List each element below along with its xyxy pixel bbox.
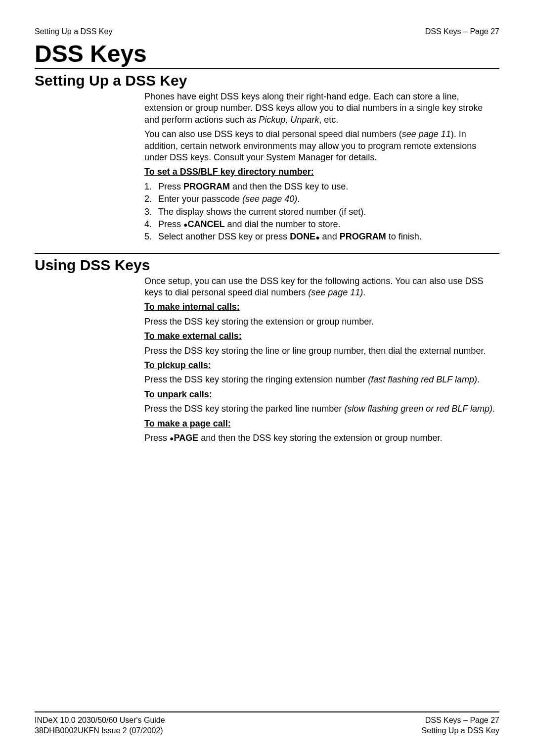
footer-left2: 38DHB0002UKFN Issue 2 (07/2002) [35, 726, 163, 736]
para-pickup: Press the DSS key storing the ringing ex… [144, 374, 499, 385]
main-title: DSS Keys [35, 40, 499, 67]
section2-para1: Once setup, you can use the DSS key for … [144, 276, 499, 299]
step-1: 1. Press PROGRAM and then the DSS key to… [144, 181, 499, 192]
heading-pickup: To pickup calls: [144, 360, 499, 371]
step-list: 1. Press PROGRAM and then the DSS key to… [144, 181, 499, 243]
italic-text: (slow flashing green or red BLF lamp) [344, 404, 492, 414]
heading-text: To make a page call: [144, 419, 231, 428]
heading-page: To make a page call: [144, 418, 499, 429]
section1-title: Setting Up a DSS Key [35, 72, 499, 89]
text: Press [158, 182, 183, 191]
para-external: Press the DSS key storing the line or li… [144, 345, 499, 357]
bullet-icon: ● [315, 234, 319, 241]
step-text: Select another DSS key or press DONE● an… [158, 231, 422, 242]
footer-row2: 38DHB0002UKFN Issue 2 (07/2002) Setting … [35, 726, 499, 736]
section-divider [35, 253, 499, 254]
text: to finish. [386, 232, 422, 241]
step-2: 2. Enter your passcode (see page 40). [144, 193, 499, 205]
section1-content: Phones have eight DSS keys along their r… [144, 91, 499, 243]
italic-text: (see page 40) [242, 194, 297, 204]
text: Select another DSS key or press [158, 232, 290, 241]
page-footer: INDeX 10.0 2030/50/60 User's Guide DSS K… [35, 711, 499, 736]
footer-divider [35, 711, 499, 712]
para-italic: Pickup, Unpark [259, 115, 319, 125]
footer-right1: DSS Keys – Page 27 [425, 715, 499, 726]
page-header: Setting Up a DSS Key DSS Keys – Page 27 [35, 27, 499, 36]
text: and [320, 232, 340, 241]
para-internal: Press the DSS key storing the extension … [144, 316, 499, 328]
para-unpark: Press the DSS key storing the parked lin… [144, 403, 499, 415]
section2-title: Using DSS Keys [35, 257, 499, 274]
heading-internal: To make internal calls: [144, 301, 499, 313]
section2-content: Once setup, you can use the DSS key for … [144, 276, 499, 444]
footer-left1: INDeX 10.0 2030/50/60 User's Guide [35, 715, 165, 726]
heading-text: To unpark calls: [144, 389, 212, 399]
bold-text: PAGE [174, 433, 198, 443]
bold-text: PROGRAM [340, 232, 386, 241]
text: . [477, 375, 480, 384]
text: Press the DSS key storing the ringing ex… [144, 375, 368, 384]
step-text: The display shows the current stored num… [158, 206, 366, 218]
title-divider [35, 68, 499, 69]
text: Press the DSS key storing the parked lin… [144, 404, 344, 414]
step-text: Press PROGRAM and then the DSS key to us… [158, 181, 348, 192]
section1-para1: Phones have eight DSS keys along their r… [144, 91, 499, 126]
text: . [492, 404, 495, 414]
heading-unpark: To unpark calls: [144, 389, 499, 400]
text: and then the DSS key to use. [230, 182, 348, 191]
italic-text: (fast flashing red BLF lamp) [368, 375, 477, 384]
header-left: Setting Up a DSS Key [35, 27, 112, 36]
text: and dial the number to store. [224, 219, 340, 229]
header-right: DSS Keys – Page 27 [425, 27, 499, 36]
footer-row1: INDeX 10.0 2030/50/60 User's Guide DSS K… [35, 715, 499, 726]
bold-text: DONE [290, 232, 315, 241]
heading-text: To make internal calls: [144, 302, 240, 312]
para-text: , etc. [319, 115, 338, 125]
step-number: 2. [144, 193, 158, 205]
text: Press [158, 219, 183, 229]
heading-external: To make external calls: [144, 331, 499, 342]
section1-para2: You can also use DSS keys to dial person… [144, 129, 499, 163]
step-number: 3. [144, 206, 158, 218]
text: Press [144, 433, 170, 443]
text: and then the DSS key storing the extensi… [198, 433, 442, 443]
heading-text: To set a DSS/BLF key directory number: [144, 167, 314, 177]
para-italic: see page 11 [402, 129, 451, 139]
section1-heading: To set a DSS/BLF key directory number: [144, 166, 499, 178]
bold-text: CANCEL [187, 219, 224, 229]
step-number: 4. [144, 219, 158, 230]
para-page: Press ●PAGE and then the DSS key storing… [144, 432, 499, 444]
text: . [363, 287, 365, 297]
step-4: 4. Press ●CANCEL and dial the number to … [144, 219, 499, 230]
heading-text: To pickup calls: [144, 360, 211, 370]
step-number: 1. [144, 181, 158, 192]
para-text: You can also use DSS keys to dial person… [144, 129, 402, 139]
footer-right2: Setting Up a DSS Key [422, 726, 499, 736]
heading-text: To make external calls: [144, 331, 242, 341]
step-3: 3. The display shows the current stored … [144, 206, 499, 218]
text: . [297, 194, 300, 204]
step-number: 5. [144, 231, 158, 242]
bold-text: PROGRAM [183, 182, 230, 191]
step-text: Enter your passcode (see page 40). [158, 193, 300, 205]
step-text: Press ●CANCEL and dial the number to sto… [158, 219, 341, 230]
text: Enter your passcode [158, 194, 242, 204]
step-5: 5. Select another DSS key or press DONE●… [144, 231, 499, 242]
italic-text: (see page 11) [308, 287, 363, 297]
